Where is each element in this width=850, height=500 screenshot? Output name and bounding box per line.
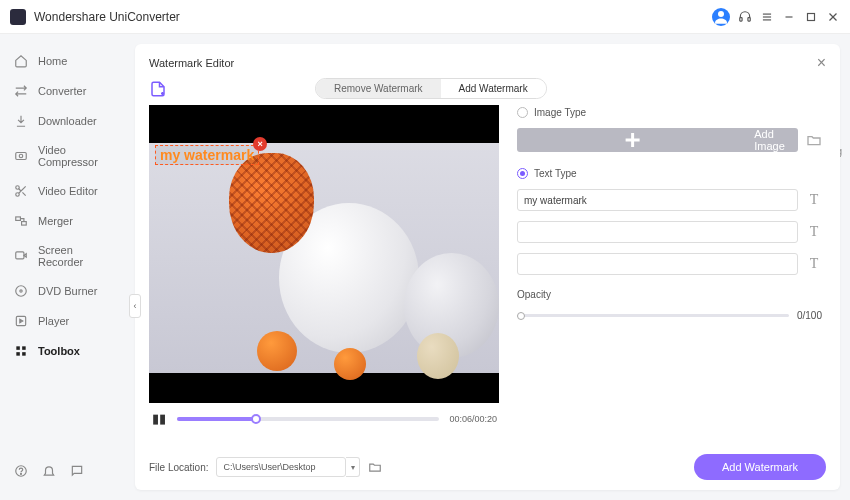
svg-point-18 bbox=[20, 290, 22, 292]
watermark-tab-group: Remove Watermark Add Watermark bbox=[315, 78, 547, 99]
maximize-icon[interactable] bbox=[804, 10, 818, 24]
svg-point-12 bbox=[16, 186, 20, 190]
svg-rect-15 bbox=[22, 222, 27, 226]
text-style-icon[interactable]: T bbox=[806, 192, 822, 208]
sidebar-item-label: Downloader bbox=[38, 115, 97, 127]
grid-icon bbox=[14, 344, 28, 358]
time-display: 00:06/00:20 bbox=[449, 414, 497, 424]
file-location-label: File Location: bbox=[149, 462, 208, 473]
disc-icon bbox=[14, 284, 28, 298]
text-watermark-input-2[interactable] bbox=[517, 221, 798, 243]
svg-rect-23 bbox=[22, 352, 26, 356]
add-image-button[interactable]: Add Image bbox=[517, 128, 798, 152]
compress-icon bbox=[14, 149, 28, 163]
image-type-label: Image Type bbox=[534, 107, 586, 118]
app-title: Wondershare UniConverter bbox=[34, 10, 712, 24]
svg-point-11 bbox=[19, 154, 23, 158]
svg-point-25 bbox=[21, 473, 22, 474]
sidebar-item-home[interactable]: Home bbox=[0, 46, 135, 76]
download-icon bbox=[14, 114, 28, 128]
text-style-icon[interactable]: T bbox=[806, 256, 822, 272]
svg-rect-1 bbox=[740, 17, 742, 20]
file-location-dropdown[interactable]: ▾ bbox=[346, 457, 360, 477]
sidebar-item-toolbox[interactable]: Toolbox bbox=[0, 336, 135, 366]
minimize-icon[interactable] bbox=[782, 10, 796, 24]
add-file-icon[interactable] bbox=[149, 80, 167, 98]
svg-rect-22 bbox=[16, 352, 20, 356]
sidebar-item-label: Converter bbox=[38, 85, 86, 97]
svg-rect-14 bbox=[16, 217, 21, 221]
sidebar: Home Converter Downloader Video Compress… bbox=[0, 34, 135, 500]
svg-rect-21 bbox=[22, 346, 26, 350]
sidebar-item-label: Merger bbox=[38, 215, 73, 227]
text-type-label: Text Type bbox=[534, 168, 577, 179]
menu-icon[interactable] bbox=[760, 10, 774, 24]
titlebar: Wondershare UniConverter bbox=[0, 0, 850, 34]
tab-remove-watermark[interactable]: Remove Watermark bbox=[316, 79, 441, 98]
sidebar-item-downloader[interactable]: Downloader bbox=[0, 106, 135, 136]
sidebar-item-screen-recorder[interactable]: Screen Recorder bbox=[0, 236, 135, 276]
play-icon bbox=[14, 314, 28, 328]
svg-rect-10 bbox=[16, 153, 27, 160]
svg-rect-16 bbox=[16, 252, 24, 259]
watermark-overlay[interactable]: my watermark × bbox=[155, 145, 259, 165]
sidebar-item-label: Video Editor bbox=[38, 185, 98, 197]
sidebar-item-merger[interactable]: Merger bbox=[0, 206, 135, 236]
sidebar-item-dvd-burner[interactable]: DVD Burner bbox=[0, 276, 135, 306]
video-preview[interactable]: my watermark × bbox=[149, 105, 499, 403]
user-avatar[interactable] bbox=[712, 8, 730, 26]
svg-rect-7 bbox=[808, 13, 815, 20]
collapse-sidebar-button[interactable]: ‹ bbox=[129, 294, 141, 318]
sidebar-item-label: DVD Burner bbox=[38, 285, 97, 297]
home-icon bbox=[14, 54, 28, 68]
svg-point-0 bbox=[718, 11, 724, 17]
text-watermark-input-1[interactable] bbox=[517, 189, 798, 211]
text-style-icon[interactable]: T bbox=[806, 224, 822, 240]
svg-point-17 bbox=[16, 286, 27, 297]
sidebar-item-label: Screen Recorder bbox=[38, 244, 121, 268]
opacity-label: Opacity bbox=[517, 289, 822, 300]
image-type-radio[interactable] bbox=[517, 107, 528, 118]
svg-rect-20 bbox=[16, 346, 20, 350]
sidebar-item-label: Player bbox=[38, 315, 69, 327]
text-watermark-input-3[interactable] bbox=[517, 253, 798, 275]
add-watermark-button[interactable]: Add Watermark bbox=[694, 454, 826, 480]
sidebar-item-player[interactable]: Player bbox=[0, 306, 135, 336]
watermark-editor-dialog: Watermark Editor × Remove Watermark Add … bbox=[135, 44, 840, 490]
sidebar-item-video-editor[interactable]: Video Editor bbox=[0, 176, 135, 206]
text-type-radio[interactable] bbox=[517, 168, 528, 179]
close-icon[interactable] bbox=[826, 10, 840, 24]
progress-bar[interactable] bbox=[177, 417, 439, 421]
tab-add-watermark[interactable]: Add Watermark bbox=[441, 79, 546, 98]
headset-icon[interactable] bbox=[738, 10, 752, 24]
sidebar-item-converter[interactable]: Converter bbox=[0, 76, 135, 106]
svg-rect-2 bbox=[748, 17, 750, 20]
file-location-input[interactable] bbox=[216, 457, 346, 477]
sidebar-item-label: Toolbox bbox=[38, 345, 80, 357]
feedback-icon[interactable] bbox=[70, 464, 84, 478]
sidebar-item-label: Video Compressor bbox=[38, 144, 121, 168]
pause-button[interactable]: ▮▮ bbox=[151, 411, 167, 426]
dialog-title: Watermark Editor bbox=[149, 57, 234, 69]
svg-point-13 bbox=[16, 193, 20, 197]
recorder-icon bbox=[14, 249, 28, 263]
opacity-value: 0/100 bbox=[797, 310, 822, 321]
app-logo bbox=[10, 9, 26, 25]
browse-image-icon[interactable] bbox=[806, 132, 822, 148]
sidebar-item-label: Home bbox=[38, 55, 67, 67]
close-dialog-button[interactable]: × bbox=[817, 54, 826, 72]
help-icon[interactable] bbox=[14, 464, 28, 478]
converter-icon bbox=[14, 84, 28, 98]
sidebar-item-compressor[interactable]: Video Compressor bbox=[0, 136, 135, 176]
scissors-icon bbox=[14, 184, 28, 198]
opacity-slider[interactable] bbox=[517, 314, 789, 317]
merge-icon bbox=[14, 214, 28, 228]
bell-icon[interactable] bbox=[42, 464, 56, 478]
browse-folder-icon[interactable] bbox=[368, 460, 382, 474]
